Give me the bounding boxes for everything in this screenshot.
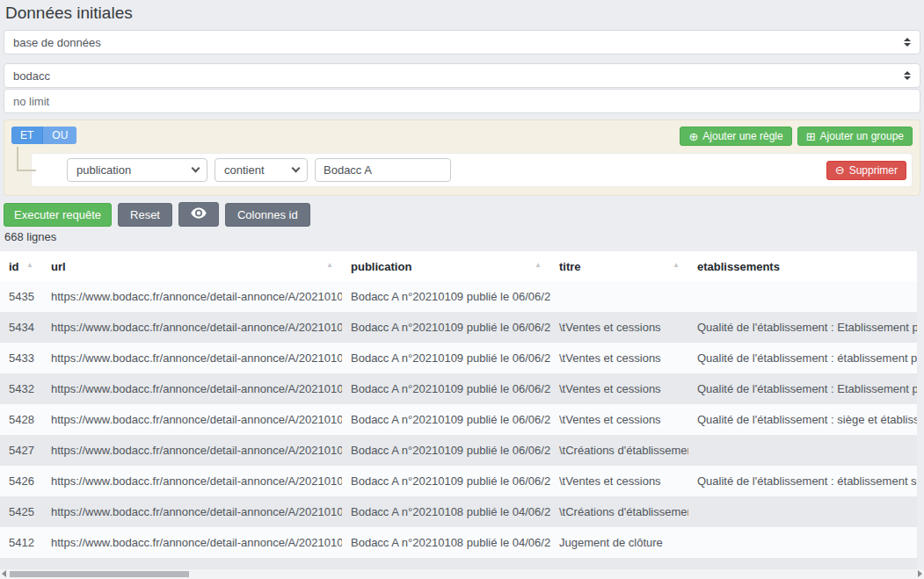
table-row: 5433https://www.bodacc.fr/annonce/detail… xyxy=(0,343,917,373)
cell-titre: \tVentes et cessions xyxy=(550,312,688,343)
table-row: 5426https://www.bodacc.fr/annonce/detail… xyxy=(0,466,917,496)
cell-titre: \tVentes et cessions xyxy=(550,343,688,373)
cell-etablissements: Qualité de l'établissement : siège et ét… xyxy=(688,404,917,435)
cell-url: https://www.bodacc.fr/annonce/detail-ann… xyxy=(42,527,342,558)
table-body: 5435https://www.bodacc.fr/annonce/detail… xyxy=(0,281,917,579)
limit-input[interactable]: no limit xyxy=(4,89,920,113)
scroll-left-icon[interactable] xyxy=(2,570,6,577)
database-select-value: base de données xyxy=(13,36,101,49)
rule-connector-line xyxy=(17,147,36,171)
cell-titre: Jugement de clôture xyxy=(550,527,688,558)
column-header-id[interactable]: id▲ xyxy=(0,251,42,281)
square-plus-icon: ⊞ xyxy=(806,131,816,142)
cell-id: 5426 xyxy=(0,466,42,496)
cell-titre: \tCréations d'établissements xyxy=(550,435,688,466)
table-row: 5428https://www.bodacc.fr/annonce/detail… xyxy=(0,404,917,435)
chevron-down-icon xyxy=(192,164,200,173)
sort-icon[interactable]: ▲ xyxy=(326,262,333,269)
cell-etablissements: Qualité de l'établissement : Etablisseme… xyxy=(688,312,917,343)
add-rule-button[interactable]: ⊕ Ajouter une règle xyxy=(680,127,791,146)
table-select-value: bodacc xyxy=(13,69,50,83)
cell-id: 5425 xyxy=(0,496,42,527)
rule-operator-value: contient xyxy=(224,163,265,177)
or-button[interactable]: OU xyxy=(43,127,76,144)
column-header-publication[interactable]: publication▲ xyxy=(342,251,550,281)
cell-url: https://www.bodacc.fr/annonce/detail-ann… xyxy=(42,435,342,466)
cell-etablissements: Qualité de l'établissement : Etablisseme… xyxy=(688,373,917,404)
and-button[interactable]: ET xyxy=(11,127,43,144)
cell-id: 5434 xyxy=(0,312,42,343)
cell-url: https://www.bodacc.fr/annonce/detail-ann… xyxy=(42,373,342,404)
column-header-etablissements[interactable]: etablissements xyxy=(688,251,917,281)
database-select[interactable]: base de données xyxy=(4,30,920,54)
cell-etablissements xyxy=(688,435,917,466)
cell-titre: \tVentes et cessions xyxy=(550,373,688,404)
cell-titre xyxy=(550,281,688,312)
sort-icon[interactable]: ▲ xyxy=(673,262,680,269)
execute-query-button[interactable]: Executer requête xyxy=(4,203,112,227)
rule-field-select[interactable]: publication xyxy=(67,158,207,182)
scroll-right-icon[interactable] xyxy=(918,570,922,577)
cell-etablissements xyxy=(688,496,917,527)
cell-etablissements: Qualité de l'établissement : établisseme… xyxy=(688,466,917,496)
cell-publication: Bodacc A n°20210109 publié le 06/06/2021 xyxy=(342,404,550,435)
query-builder: ET OU ⊕ Ajouter une règle ⊞ Ajouter un g… xyxy=(4,119,920,196)
cell-etablissements xyxy=(688,527,917,558)
cell-id: 5428 xyxy=(0,404,42,435)
table-row: 5432https://www.bodacc.fr/annonce/detail… xyxy=(0,373,917,404)
circle-minus-icon: ⊖ xyxy=(835,164,845,176)
cell-url: https://www.bodacc.fr/annonce/detail-ann… xyxy=(42,281,342,312)
horizontal-scrollbar[interactable] xyxy=(0,569,924,579)
table-select[interactable]: bodacc xyxy=(4,63,920,88)
cell-id: 5432 xyxy=(0,373,42,404)
cell-etablissements: Qualité de l'établissement : établisseme… xyxy=(688,343,917,373)
cell-id: 5427 xyxy=(0,435,42,466)
cell-publication: Bodacc A n°20210108 publié le 04/06/2021 xyxy=(342,527,550,558)
cell-url: https://www.bodacc.fr/annonce/detail-ann… xyxy=(42,404,342,435)
chevron-down-icon xyxy=(292,164,301,173)
circle-plus-icon: ⊕ xyxy=(688,131,698,142)
limit-input-value: no limit xyxy=(13,95,49,108)
cell-publication: Bodacc A n°20210109 publié le 06/06/2021 xyxy=(342,312,550,343)
table-header-row: id▲ url▲ publication▲ titre▲ etablisseme… xyxy=(0,251,917,281)
cell-publication: Bodacc A n°20210109 publié le 06/06/2021 xyxy=(342,466,550,496)
table-row: 5427https://www.bodacc.fr/annonce/detail… xyxy=(0,435,917,466)
rule-value-input[interactable]: Bodacc A xyxy=(315,158,451,182)
preview-button[interactable] xyxy=(178,202,219,227)
add-group-button[interactable]: ⊞ Ajouter un groupe xyxy=(797,127,913,146)
page-title: Données initiales xyxy=(5,4,924,23)
scrollbar-thumb[interactable] xyxy=(10,571,189,577)
row-count: 668 lignes xyxy=(4,230,924,243)
column-header-url[interactable]: url▲ xyxy=(42,251,342,281)
select-updown-icon xyxy=(904,71,911,80)
columns-id-button[interactable]: Colonnes id xyxy=(225,203,310,227)
cell-publication: Bodacc A n°20210109 publié le 06/06/2021 xyxy=(342,435,550,466)
cell-titre: \tVentes et cessions xyxy=(550,466,688,496)
table-row: 5412https://www.bodacc.fr/annonce/detail… xyxy=(0,527,917,558)
cell-id: 5433 xyxy=(0,343,42,373)
cell-titre: \tCréations d'établissements xyxy=(550,496,688,527)
reset-button[interactable]: Reset xyxy=(118,203,172,227)
table-row: 5434https://www.bodacc.fr/annonce/detail… xyxy=(0,312,917,343)
sort-icon[interactable]: ▲ xyxy=(26,262,33,269)
rule-operator-select[interactable]: contient xyxy=(215,158,308,182)
condition-group: ET OU xyxy=(11,127,76,144)
cell-url: https://www.bodacc.fr/annonce/detail-ann… xyxy=(42,343,342,373)
rule-value-text: Bodacc A xyxy=(324,163,372,177)
column-header-titre[interactable]: titre▲ xyxy=(550,251,688,281)
cell-id: 5412 xyxy=(0,527,42,558)
cell-id: 5435 xyxy=(0,281,42,312)
cell-publication: Bodacc A n°20210109 publié le 06/06/2021 xyxy=(342,281,550,312)
cell-url: https://www.bodacc.fr/annonce/detail-ann… xyxy=(42,312,342,343)
table-row: 5435https://www.bodacc.fr/annonce/detail… xyxy=(0,281,917,312)
cell-url: https://www.bodacc.fr/annonce/detail-ann… xyxy=(42,496,342,527)
select-updown-icon xyxy=(904,38,911,47)
cell-titre: \tVentes et cessions xyxy=(550,404,688,435)
cell-url: https://www.bodacc.fr/annonce/detail-ann… xyxy=(42,466,342,496)
sort-icon[interactable]: ▲ xyxy=(535,262,542,269)
delete-rule-button[interactable]: ⊖ Supprimer xyxy=(826,161,906,180)
cell-publication: Bodacc A n°20210108 publié le 04/06/2021 xyxy=(342,496,550,527)
cell-etablissements xyxy=(688,281,917,312)
rule-row: publication contient Bodacc A ⊖ Supprime… xyxy=(31,153,913,187)
table-row: 5425https://www.bodacc.fr/annonce/detail… xyxy=(0,496,917,527)
